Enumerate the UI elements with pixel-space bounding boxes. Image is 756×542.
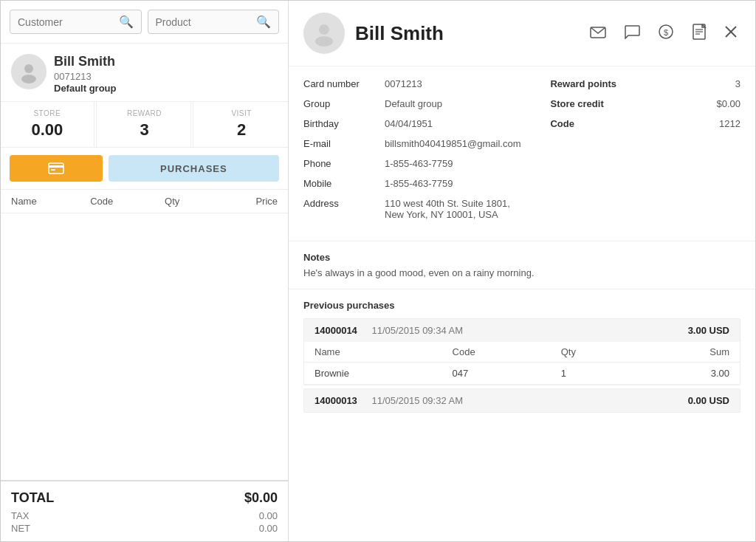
stat-visit: VISIT 2 [195, 102, 288, 147]
svg-rect-3 [49, 165, 63, 168]
total-area: TOTAL $0.00 TAX 0.00 NET 0.00 [1, 480, 288, 541]
col-name: Name [1, 190, 80, 213]
total-label: TOTAL [11, 490, 54, 506]
store-credit-value: $0.00 [631, 98, 740, 109]
total-main: TOTAL $0.00 [11, 490, 278, 506]
card-number-value: 0071213 [385, 78, 520, 89]
products-area: Name Code Qty Price [1, 190, 288, 480]
customer-search-input[interactable] [18, 16, 114, 28]
left-panel: 🔍 🔍 Bill Smith 0071213 Default group [1, 1, 289, 541]
notes-text: He's always in a good mood, even on a ra… [303, 267, 740, 278]
svg-rect-2 [49, 163, 63, 174]
search-bar: 🔍 🔍 [1, 1, 288, 44]
card-button[interactable] [10, 155, 103, 182]
mobile-label: Mobile [303, 178, 385, 189]
table-row: Brownie 047 1 3.00 [304, 363, 740, 385]
purchase-date-1: 11/05/2015 09:34 AM [371, 325, 463, 336]
notes-section: Notes He's always in a good mood, even o… [289, 241, 755, 289]
reward-label: REWARD [98, 109, 191, 117]
item-code: 047 [442, 363, 551, 385]
info-grid: Card number 0071213 Group Default group … [289, 66, 755, 241]
avatar [11, 54, 47, 89]
birthday-value: 04/04/1951 [385, 118, 520, 129]
notes-title: Notes [303, 252, 740, 263]
right-panel: Bill Smith $ [289, 1, 755, 541]
product-search-input[interactable] [156, 16, 252, 28]
stats-row: STORE 0.00 REWARD 3 VISIT 2 [1, 102, 288, 148]
group-value: Default group [385, 98, 520, 109]
email-label: E-mail [303, 138, 385, 149]
email-value: billsmith040419851@gmail.com [385, 138, 520, 149]
mobile-value: 1-855-463-7759 [385, 178, 520, 189]
purchases-title: Previous purchases [303, 300, 740, 311]
store-credit-label: Store credit [550, 98, 631, 109]
birthday-label: Birthday [303, 118, 385, 129]
purchase-header-1: 14000014 11/05/2015 09:34 AM 3.00 USD [304, 319, 740, 342]
purchase-total-1: 3.00 USD [688, 325, 729, 336]
purchase-date-2: 11/05/2015 09:32 AM [371, 395, 463, 406]
purchases-button[interactable]: PURCHASES [109, 155, 279, 182]
net-label: NET [11, 523, 30, 534]
svg-point-1 [21, 75, 36, 83]
email-row: E-mail billsmith040419851@gmail.com [303, 138, 520, 149]
phone-value: 1-855-463-7759 [385, 158, 520, 169]
close-button[interactable] [721, 22, 740, 45]
receipt-button[interactable] [689, 21, 709, 47]
purchase-header-2: 14000013 11/05/2015 09:32 AM 0.00 USD [304, 389, 740, 412]
svg-point-5 [319, 24, 329, 35]
stat-reward: REWARD 3 [98, 102, 192, 147]
svg-point-0 [24, 64, 33, 73]
pt1-col-sum: Sum [639, 342, 740, 363]
purchase-table-1: Name Code Qty Sum Brownie 047 1 3.00 [304, 342, 740, 385]
col-price: Price [216, 190, 289, 213]
right-customer-name: Bill Smith [355, 22, 577, 45]
email-button[interactable] [587, 22, 609, 45]
code-row: Code 1212 [550, 118, 740, 129]
right-avatar [303, 13, 345, 54]
svg-rect-4 [51, 169, 55, 171]
customer-search-icon: 🔍 [119, 15, 134, 29]
info-right: Reward points 3 Store credit $0.00 Code … [550, 78, 740, 229]
card-number-row: Card number 0071213 [303, 78, 520, 89]
customer-card-number: 0071213 [54, 71, 117, 82]
group-row: Group Default group [303, 98, 520, 109]
address-label: Address [303, 198, 385, 220]
customer-group: Default group [54, 83, 117, 94]
visit-value: 2 [195, 120, 288, 140]
dollar-button[interactable]: $ [655, 21, 677, 47]
store-credit-row: Store credit $0.00 [550, 98, 740, 109]
item-qty: 1 [551, 363, 639, 385]
reward-points-row: Reward points 3 [550, 78, 740, 89]
stat-store: STORE 0.00 [1, 102, 94, 147]
purchases-section: Previous purchases 14000014 11/05/2015 0… [289, 289, 755, 426]
code-value: 1212 [631, 118, 740, 129]
purchase-id-1: 14000014 [315, 325, 357, 336]
purchase-group-1: 14000014 11/05/2015 09:34 AM 3.00 USD Na… [303, 318, 740, 385]
chat-button[interactable] [621, 21, 643, 46]
reward-value: 3 [98, 120, 191, 140]
product-search-wrap[interactable]: 🔍 [148, 10, 280, 34]
mobile-row: Mobile 1-855-463-7759 [303, 178, 520, 189]
store-label: STORE [1, 109, 94, 117]
visit-label: VISIT [195, 109, 288, 117]
tax-value: 0.00 [259, 510, 278, 521]
customer-search-wrap[interactable]: 🔍 [10, 10, 142, 34]
phone-row: Phone 1-855-463-7759 [303, 158, 520, 169]
tax-label: TAX [11, 510, 29, 521]
customer-name: Bill Smith [54, 54, 117, 69]
reward-points-value: 3 [631, 78, 740, 89]
action-buttons: PURCHASES [1, 148, 288, 190]
svg-point-6 [315, 36, 333, 47]
pt1-col-code: Code [442, 342, 551, 363]
tax-row: TAX 0.00 [11, 510, 278, 521]
header-actions: $ [587, 21, 740, 47]
right-header: Bill Smith $ [289, 1, 755, 66]
pt1-col-qty: Qty [551, 342, 639, 363]
net-row: NET 0.00 [11, 523, 278, 534]
product-search-icon: 🔍 [256, 15, 271, 29]
net-value: 0.00 [259, 523, 278, 534]
card-number-label: Card number [303, 78, 385, 89]
item-name: Brownie [304, 363, 442, 385]
phone-label: Phone [303, 158, 385, 169]
customer-info: Bill Smith 0071213 Default group [54, 54, 117, 94]
